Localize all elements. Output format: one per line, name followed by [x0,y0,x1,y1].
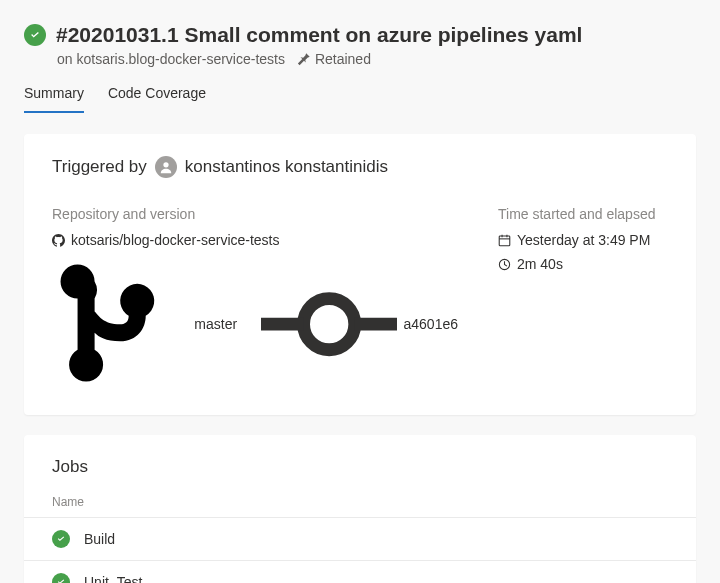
time-started-value: Yesterday at 3:49 PM [517,232,650,248]
avatar [155,156,177,178]
calendar-icon [498,234,511,247]
commit-sha[interactable]: a4601e6 [403,316,458,332]
tab-code-coverage[interactable]: Code Coverage [108,85,206,113]
success-icon [24,24,46,46]
svg-rect-4 [499,236,510,246]
info-grid: Repository and version kotsaris/blog-doc… [52,206,668,392]
jobs-col-name: Name [52,495,668,509]
triggered-by-row: Triggered by konstantinos konstantinidis [52,156,668,178]
time-heading: Time started and elapsed [498,206,668,222]
jobs-card: Jobs Name Build Unit_Test Service_Test [24,435,696,583]
pipeline-source-label: on kotsaris.blog-docker-service-tests [57,51,285,67]
jobs-header: Jobs Name [24,435,696,517]
pin-icon [297,51,315,67]
jobs-title: Jobs [52,457,668,477]
success-icon [52,573,70,583]
repo-name: kotsaris/blog-docker-service-tests [71,232,280,248]
commit-icon [261,256,397,392]
retained-chip: Retained [297,51,371,67]
trigger-info-card: Triggered by konstantinos konstantinidis… [24,134,696,414]
time-started-line: Yesterday at 3:49 PM [498,232,668,248]
page-title: #20201031.1 Small comment on azure pipel… [56,22,582,47]
branch-icon [52,256,188,392]
title-row: #20201031.1 Small comment on azure pipel… [24,22,696,47]
triggered-by-user[interactable]: konstantinos konstantinidis [185,157,388,177]
job-row[interactable]: Build [24,517,696,560]
svg-point-0 [163,162,168,167]
job-name: Build [84,531,115,547]
page-header: #20201031.1 Small comment on azure pipel… [0,0,720,67]
retained-label: Retained [315,51,371,67]
subtitle-row: on kotsaris.blog-docker-service-tests Re… [24,51,696,67]
success-icon [52,530,70,548]
time-elapsed-value: 2m 40s [517,256,563,272]
repo-heading: Repository and version [52,206,458,222]
github-icon [52,234,65,247]
repo-info: Repository and version kotsaris/blog-doc… [52,206,458,392]
branch-commit-line: master a4601e6 [52,256,458,392]
pipeline-summary-page: #20201031.1 Small comment on azure pipel… [0,0,720,583]
job-name: Unit_Test [84,574,142,583]
triggered-by-label: Triggered by [52,157,147,177]
branch-name[interactable]: master [194,316,237,332]
svg-point-1 [304,299,355,350]
tab-summary[interactable]: Summary [24,85,84,113]
repo-line[interactable]: kotsaris/blog-docker-service-tests [52,232,458,248]
tabs: Summary Code Coverage [0,67,720,114]
job-row[interactable]: Unit_Test [24,560,696,583]
time-elapsed-line: 2m 40s [498,256,668,272]
clock-icon [498,258,511,271]
time-info: Time started and elapsed Yesterday at 3:… [498,206,668,392]
